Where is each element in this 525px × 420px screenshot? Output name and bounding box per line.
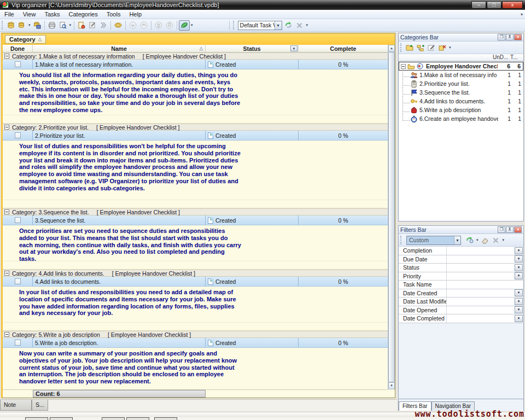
filter-dropdown-icon[interactable]: ▼ xyxy=(515,272,523,279)
task-view-combo[interactable]: Default Task V ▼ xyxy=(238,21,282,30)
filter-dropdown-icon[interactable]: ▼ xyxy=(515,255,523,262)
category-header-3[interactable]: Category: 3.Sequence the list. [ Employe… xyxy=(3,208,388,215)
filter-value[interactable] xyxy=(447,272,515,281)
close-button[interactable]: x xyxy=(502,1,523,9)
collapse-icon[interactable] xyxy=(4,209,9,214)
maximize-button[interactable]: □ xyxy=(487,1,501,9)
toolbar-grip[interactable] xyxy=(2,21,4,30)
filter-value[interactable] xyxy=(447,264,515,272)
apply-view-icon[interactable] xyxy=(283,20,294,31)
column-total[interactable]: T... xyxy=(510,54,523,61)
panel-restore-icon[interactable]: ❐ xyxy=(498,34,505,40)
filter-value[interactable] xyxy=(447,289,515,298)
menu-tools[interactable]: Tools xyxy=(102,10,125,18)
column-header-name[interactable]: Name△ xyxy=(33,45,206,52)
filter-row-date-completed[interactable]: Date Completed▼ xyxy=(399,314,523,323)
coin-icon[interactable] xyxy=(113,20,124,31)
eraser-icon[interactable] xyxy=(480,235,491,246)
title-bar[interactable]: Vip organizer [C:\Users\dmitry\Documents… xyxy=(0,0,525,10)
column-header-status[interactable]: Status▼ xyxy=(206,45,299,52)
task-row-1[interactable]: 1.Make a list of necessary information. … xyxy=(3,60,388,69)
menubar-overflow-icon[interactable]: ▾ xyxy=(521,12,523,17)
status-filter-dropdown-icon[interactable]: ▼ xyxy=(290,45,298,51)
task-row-5[interactable]: 5.Write a job description. Created 0 % xyxy=(3,338,388,348)
menu-file[interactable]: File xyxy=(0,10,19,18)
move-top-icon[interactable] xyxy=(164,20,175,31)
panel-pin-icon[interactable]: ⊼ xyxy=(506,226,514,233)
filter-value[interactable] xyxy=(447,298,515,306)
taskbar-button[interactable] xyxy=(102,417,125,420)
tree-collapse-icon[interactable] xyxy=(401,64,406,69)
task-checkbox[interactable] xyxy=(15,132,21,138)
taskbar-button[interactable] xyxy=(25,417,48,420)
tree-item-4[interactable]: 4.Add links to documents. 1 1 xyxy=(399,97,523,106)
open-database-icon[interactable] xyxy=(16,20,27,31)
filter-value[interactable] xyxy=(447,306,515,314)
taskbar-button[interactable] xyxy=(126,417,149,420)
categories-toolbar-overflow-icon[interactable]: ▾ xyxy=(448,45,452,50)
column-undone[interactable]: UnD... xyxy=(493,54,510,61)
tree-item-6[interactable]: 6.Create an employee handove 1 1 xyxy=(399,114,523,123)
filter-dropdown-icon[interactable]: ▼ xyxy=(515,306,523,313)
apply-filter-icon[interactable] xyxy=(464,235,475,246)
delete-task-icon[interactable] xyxy=(98,20,109,31)
edit-category-icon[interactable] xyxy=(426,43,437,53)
view-toolbar-overflow-icon[interactable]: ▾ xyxy=(305,23,310,27)
new-database-icon[interactable] xyxy=(5,20,16,31)
delete-category-icon[interactable] xyxy=(437,43,448,53)
taskbar-button[interactable] xyxy=(154,417,177,420)
group-by-category-chip[interactable]: Category △ xyxy=(5,35,46,44)
tree-item-2[interactable]: 2.Prioritize your list. 1 1 xyxy=(399,79,523,88)
view-toolbar-grip[interactable] xyxy=(233,21,235,30)
task-view-combo-dropdown-icon[interactable]: ▼ xyxy=(275,21,282,30)
menu-view[interactable]: View xyxy=(19,10,40,18)
filters-toolbar-overflow-icon[interactable]: ▾ xyxy=(501,238,506,242)
vertical-scrollbar[interactable]: ▲ ▼ xyxy=(388,45,395,389)
print-icon[interactable] xyxy=(46,20,57,31)
edit-task-icon[interactable] xyxy=(87,20,98,31)
filter-value[interactable] xyxy=(447,281,523,289)
column-header-done[interactable]: Done xyxy=(3,45,33,52)
tree-root-row[interactable]: Employee Handover Checklist 6 6 xyxy=(399,62,523,71)
move-down-icon[interactable] xyxy=(127,20,138,31)
collapse-icon[interactable] xyxy=(4,125,9,130)
filter-row-date-modified[interactable]: Date Last Modifie▼ xyxy=(399,298,523,306)
task-checkbox[interactable] xyxy=(15,278,21,284)
category-header-1[interactable]: Category: 1.Make a list of necessary inf… xyxy=(3,52,388,60)
tab-note[interactable]: Note xyxy=(0,400,32,411)
new-category-icon[interactable] xyxy=(404,43,415,53)
filter-preset-combo[interactable]: Custom ▼ xyxy=(406,236,461,245)
task-view-mode-icon[interactable] xyxy=(179,20,190,31)
filter-dropdown-icon[interactable]: ▼ xyxy=(515,264,523,271)
task-checkbox[interactable] xyxy=(15,61,21,67)
menu-categories[interactable]: Categories xyxy=(65,10,102,18)
panel-pin-icon[interactable]: ⊼ xyxy=(506,34,514,40)
filter-dropdown-icon[interactable]: ▼ xyxy=(515,315,523,322)
apply-filter-dropdown-icon[interactable]: ▾ xyxy=(475,238,480,242)
panel-close-icon[interactable]: × xyxy=(514,226,522,233)
filter-preset-dropdown-icon[interactable]: ▼ xyxy=(454,236,460,244)
collapse-icon[interactable] xyxy=(4,271,9,276)
filter-value[interactable] xyxy=(447,255,515,264)
print-preview-icon[interactable] xyxy=(57,20,68,31)
filter-value[interactable] xyxy=(447,247,515,255)
category-header-2[interactable]: Category: 2.Prioritize your list. [ Empl… xyxy=(3,124,388,131)
filter-row-due-date[interactable]: Due Date▼ xyxy=(399,255,523,264)
move-up-icon[interactable] xyxy=(138,20,149,31)
scroll-down-icon[interactable]: ▼ xyxy=(388,382,395,389)
filter-row-date-opened[interactable]: Date Opened▼ xyxy=(399,306,523,315)
task-checkbox[interactable] xyxy=(15,340,21,346)
taskbar-button[interactable] xyxy=(50,417,73,420)
save-database-icon[interactable] xyxy=(32,20,43,31)
filter-value[interactable] xyxy=(447,314,515,323)
move-bottom-icon[interactable] xyxy=(153,20,164,31)
tree-item-1[interactable]: 1.Make a list of necessary info 1 1 xyxy=(399,71,523,79)
clear-view-icon[interactable] xyxy=(294,20,305,31)
scrollbar-thumb[interactable] xyxy=(388,52,395,382)
filter-dropdown-icon[interactable]: ▼ xyxy=(515,247,523,254)
filter-dropdown-icon[interactable]: ▼ xyxy=(515,289,523,296)
tree-item-3[interactable]: 3.Sequence the list. 1 1 xyxy=(399,88,523,97)
menu-tasks[interactable]: Tasks xyxy=(40,10,64,18)
panel-close-icon[interactable]: × xyxy=(514,34,522,40)
category-header-5[interactable]: Category: 5.Write a job description [ Em… xyxy=(3,331,388,338)
